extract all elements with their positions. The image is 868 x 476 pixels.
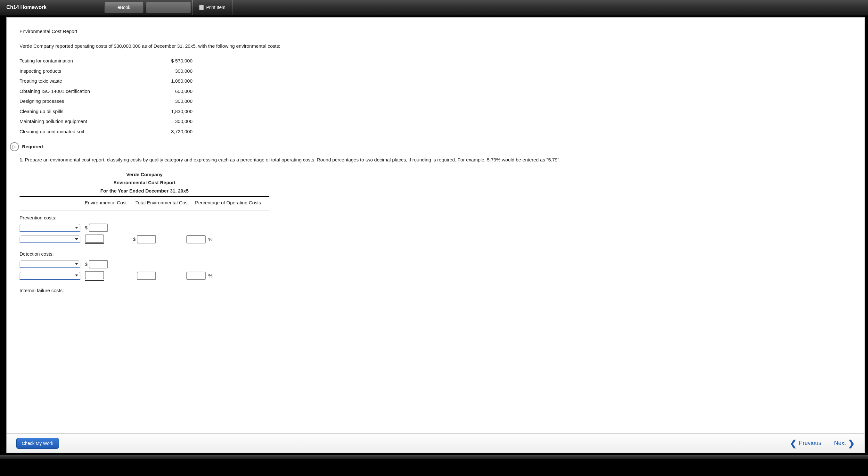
category-detection: Detection costs: — [20, 247, 852, 260]
divider — [232, 0, 232, 15]
chevron-down-icon — [75, 263, 78, 265]
table-row: Maintaining pollution equipment300,000 — [20, 116, 192, 127]
dollar-sign: $ — [133, 235, 135, 244]
prevention-pct[interactable] — [186, 235, 206, 244]
required-label: Required: — [22, 142, 44, 151]
previous-label: Previous — [799, 440, 821, 447]
cost-value: 3,720,000 — [154, 127, 192, 137]
q1-number: 1. — [20, 157, 25, 162]
chevron-left-icon: ❮ — [790, 439, 797, 447]
percent-sign: % — [208, 235, 212, 244]
assignment-title: Ch14 Homework — [0, 4, 90, 10]
detection-select-2[interactable] — [20, 272, 81, 280]
check-my-work-button[interactable]: Check My Work — [16, 438, 59, 449]
detection-select-1[interactable] — [20, 260, 81, 268]
prevention-select-2[interactable] — [20, 235, 81, 243]
header-env-cost: Environmental Cost — [79, 199, 133, 207]
chevron-down-icon — [75, 275, 78, 277]
percent-sign: % — [208, 272, 212, 280]
print-item-link[interactable]: Print Item — [193, 5, 232, 10]
prevention-amount-2[interactable] — [85, 234, 104, 243]
detection-amount-1[interactable] — [89, 260, 108, 268]
cost-value: 600,000 — [154, 86, 192, 96]
header-total-env: Total Environmental Cost — [133, 199, 192, 207]
bottom-chrome — [0, 455, 868, 459]
divider — [90, 0, 90, 15]
print-label: Print Item — [206, 5, 225, 10]
page-title: Environmental Cost Report — [20, 27, 852, 36]
cost-label: Obtaining ISO 14001 certification — [20, 86, 154, 96]
cost-value: $ 570,000 — [154, 56, 192, 66]
cost-value: 300,000 — [154, 96, 192, 106]
prevention-total[interactable] — [137, 235, 156, 244]
table-row: Cleaning up contaminated soil3,720,000 — [20, 127, 192, 137]
prevention-amount-1[interactable] — [89, 224, 108, 232]
chevron-down-icon — [75, 238, 78, 240]
table-row: Cleaning up oil spills1,830,000 — [20, 106, 192, 117]
chevron-right-icon: ❯ — [848, 439, 855, 447]
footer-bar: Check My Work ❮ Previous Next ❯ — [7, 434, 865, 453]
main-content: Environmental Cost Report Verde Company … — [6, 17, 865, 453]
document-icon — [199, 5, 204, 10]
cost-value: 1,080,000 — [154, 76, 192, 86]
check-label: Check My Work — [22, 441, 54, 446]
intro-text: Verde Company reported operating costs o… — [20, 42, 852, 50]
cost-value: 300,000 — [154, 66, 192, 76]
table-row: Inspecting products300,000 — [20, 66, 192, 76]
expand-toggle[interactable]: ▷ — [10, 142, 19, 151]
cost-label: Treating toxic waste — [20, 76, 154, 86]
chevron-right-icon: ▷ — [12, 142, 16, 151]
header-pct: Percentage of Operating Costs — [192, 199, 269, 207]
question-1: 1. Prepare an environmental cost report,… — [20, 156, 852, 164]
next-label: Next — [834, 440, 846, 447]
cost-value: 300,000 — [154, 116, 192, 127]
topbar: Ch14 Homework eBook Print Item — [0, 0, 868, 15]
cost-label: Maintaining pollution equipment — [20, 116, 154, 127]
dollar-sign: $ — [85, 224, 88, 232]
cost-value: 1,830,000 — [154, 106, 192, 117]
ebook-label: eBook — [118, 5, 130, 10]
prevention-select-1[interactable] — [20, 224, 81, 231]
cost-label: Inspecting products — [20, 66, 154, 76]
table-row: Designing processes300,000 — [20, 96, 192, 106]
empty-tab[interactable] — [146, 2, 191, 13]
previous-button[interactable]: ❮ Previous — [790, 439, 821, 447]
ebook-button[interactable]: eBook — [104, 2, 144, 13]
report-period: For the Year Ended December 31, 20x5 — [20, 187, 269, 195]
chevron-down-icon — [75, 227, 78, 229]
dollar-sign: $ — [85, 260, 88, 268]
table-row: Obtaining ISO 14001 certification600,000 — [20, 86, 192, 96]
q1-text: Prepare an environmental cost report, cl… — [25, 157, 560, 162]
category-prevention: Prevention costs: — [20, 211, 852, 224]
cost-label: Designing processes — [20, 96, 154, 106]
cost-label: Cleaning up contaminated soil — [20, 127, 154, 137]
report-table: Verde Company Environmental Cost Report … — [20, 170, 852, 297]
next-button[interactable]: Next ❯ — [834, 439, 855, 447]
report-name: Environmental Cost Report — [20, 179, 269, 187]
detection-amount-2[interactable] — [85, 271, 104, 279]
report-company: Verde Company — [20, 170, 269, 179]
table-row: Treating toxic waste1,080,000 — [20, 76, 192, 86]
cost-label: Testing for contamination — [20, 56, 154, 66]
detection-pct[interactable] — [186, 272, 206, 280]
cost-label: Cleaning up oil spills — [20, 106, 154, 117]
cost-list-table: Testing for contamination$ 570,000 Inspe… — [20, 56, 192, 136]
detection-total[interactable] — [137, 272, 156, 280]
table-row: Testing for contamination$ 570,000 — [20, 56, 192, 66]
category-internal-failure: Internal failure costs: — [20, 283, 852, 297]
